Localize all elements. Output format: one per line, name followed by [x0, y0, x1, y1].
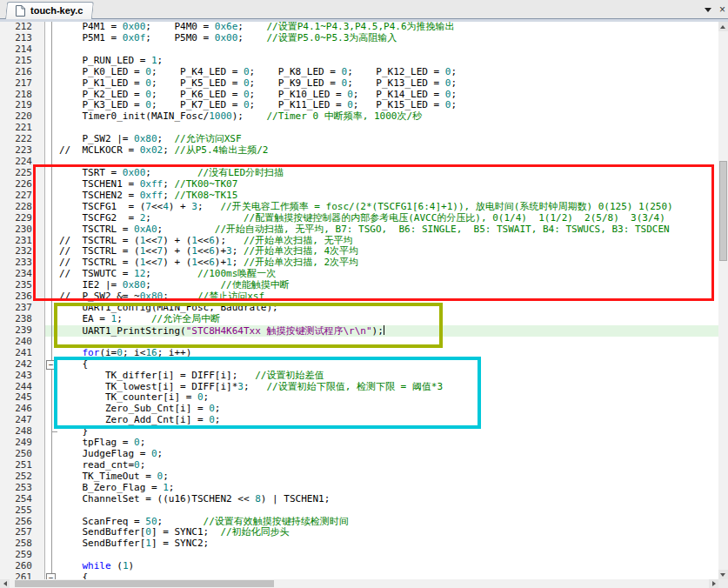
tab-touch-key[interactable]: touch-key.c	[6, 2, 93, 19]
code-text[interactable]: // TSCTRL = (1<<7) + (1<<6)+1; //开始单次扫描,…	[59, 257, 718, 269]
code-text[interactable]: B_Zero_Flag = 1;	[59, 483, 718, 494]
tab-bar: touch-key.c ×	[0, 0, 728, 19]
code-text[interactable]: TSCHEN1 = 0xff; //TK00~TK07	[59, 179, 718, 190]
scroll-up-icon[interactable]	[718, 22, 728, 31]
vertical-scrollbar[interactable]	[718, 22, 728, 579]
code-text[interactable]	[59, 337, 718, 348]
fold-margin	[45, 471, 59, 483]
line-number: 255	[0, 505, 45, 517]
line-number: 243	[0, 371, 45, 382]
code-text[interactable]	[59, 505, 718, 517]
fold-margin	[45, 224, 59, 236]
code-line: 214	[0, 44, 718, 56]
code-text[interactable]	[59, 157, 718, 168]
code-text[interactable]	[59, 550, 718, 561]
code-text[interactable]: TSRT = 0x00; //没有LED分时扫描	[59, 168, 718, 179]
code-text[interactable]: ChannelSet = ((u16)TSCHEN2 << 8) | TSCHE…	[59, 494, 718, 505]
code-line: 259	[0, 550, 718, 561]
horizontal-scrollbar-thumb[interactable]	[15, 580, 274, 587]
code-text[interactable]: // TSWUTC = 12; //100ms唤醒一次	[59, 269, 718, 280]
code-text[interactable]: // P_SW2 &= ~0x80; //禁止访问xsf	[59, 291, 718, 303]
code-text[interactable]: Timer0_init(MAIN_Fosc/1000); //Timer 0 中…	[59, 111, 718, 123]
line-number: 252	[0, 471, 45, 483]
code-text[interactable]: IE2 |= 0x80; //使能触摸中断	[59, 280, 718, 291]
code-text[interactable]: P_K3_LED = 0; P_K7_LED = 0; P_K11_LED = …	[59, 100, 718, 111]
code-text[interactable]: tpFlag = 0;	[59, 438, 718, 449]
code-text[interactable]: P_SW2 |= 0x80; //允许访问XSF	[59, 134, 718, 145]
code-text[interactable]: EA = 1; //允许全局中断	[59, 314, 718, 325]
fold-margin	[45, 123, 59, 134]
scroll-left-icon[interactable]	[0, 579, 10, 588]
code-line: 261− {	[0, 572, 718, 579]
code-text[interactable]: for(i=0; i<16; i++)	[59, 348, 718, 359]
code-text[interactable]: Zero_Sub_Cnt[i] = 0;	[59, 404, 718, 415]
code-line: 212 P4M1 = 0x00; P4M0 = 0x6e; //设置P4.1~P…	[0, 22, 718, 33]
code-text[interactable]: {	[59, 572, 718, 579]
code-text[interactable]: // TSCTRL = (1<<7) + (1<<6)+3; //开始单次扫描,…	[59, 246, 718, 257]
code-text[interactable]: UART1_config(MAIN_Fosc, Baudrate);	[59, 303, 718, 314]
code-rows: 212 P4M1 = 0x00; P4M0 = 0x6e; //设置P4.1~P…	[0, 22, 718, 579]
fold-toggle-icon[interactable]: −	[46, 360, 56, 370]
code-line: 249 tpFlag = 0;	[0, 438, 718, 449]
code-text[interactable]: TSCHEN2 = 0xff; //TK08~TK15	[59, 190, 718, 202]
fold-end-tick	[51, 431, 57, 432]
code-text[interactable]: Zero_Add_Cnt[i] = 0;	[59, 415, 718, 426]
line-number: 217	[0, 78, 45, 90]
line-number: 238	[0, 314, 45, 325]
code-line: 231// TSCTRL = (1<<7) + (1<<6); //开始单次扫描…	[0, 236, 718, 247]
code-text[interactable]: UART1_PrintString("STC8H4K64Txx 触摸按键测试程序…	[59, 325, 718, 337]
code-text[interactable]: SendBuffer[1] = SYNC2;	[59, 538, 718, 550]
code-text[interactable]: TSCFG1 = (7<<4) + 3; //开关电容工作频率 = fosc/(…	[59, 202, 718, 213]
code-text[interactable]: JudgeFlag = 0;	[59, 449, 718, 460]
code-line: 260 while (1)	[0, 561, 718, 572]
code-text[interactable]: TK_counter[i] = 0;	[59, 392, 718, 404]
close-icon[interactable]: ×	[719, 3, 728, 16]
scroll-down-icon[interactable]	[718, 570, 728, 579]
fold-margin	[45, 78, 59, 90]
fold-margin	[45, 257, 59, 269]
line-number: 227	[0, 190, 45, 202]
code-text[interactable]: P_K0_LED = 0; P_K4_LED = 0; P_K8_LED = 0…	[59, 67, 718, 78]
fold-toggle-icon[interactable]: −	[46, 573, 56, 579]
code-text[interactable]: TK_differ[i] = DIFF[i]; //设置初始差值	[59, 371, 718, 382]
fold-margin	[45, 202, 59, 213]
code-line: 233// TSCTRL = (1<<7) + (1<<6)+1; //开始单次…	[0, 257, 718, 269]
code-text[interactable]: P_RUN_LED = 1;	[59, 56, 718, 67]
code-text[interactable]: }	[59, 426, 718, 438]
fold-margin	[45, 505, 59, 517]
code-text[interactable]: TK_lowest[i] = DIFF[i]*3; //设置初始下限值, 检测下…	[59, 382, 718, 393]
scroll-right-icon[interactable]	[709, 579, 718, 588]
fold-margin	[45, 348, 59, 359]
code-text[interactable]: TSCTRL = 0xA0; //开始自动扫描, 无平均, B7: TSGO, …	[59, 224, 718, 236]
code-text[interactable]: while (1)	[59, 561, 718, 572]
line-number: 226	[0, 179, 45, 190]
code-text[interactable]: TSCFG2 = 2; //配置触摸按键控制器的内部参考电压(AVCC的分压比)…	[59, 213, 718, 224]
fold-margin	[45, 22, 59, 33]
code-text[interactable]: read_cnt=0;	[59, 460, 718, 471]
code-text[interactable]	[59, 44, 718, 56]
code-text[interactable]: {	[59, 359, 718, 371]
code-line: 244 TK_lowest[i] = DIFF[i]*3; //设置初始下限值,…	[0, 382, 718, 393]
fold-margin: −	[45, 572, 59, 579]
line-number: 253	[0, 483, 45, 494]
code-text[interactable]: SendBuffer[0] = SYNC1; //初始化同步头	[59, 527, 718, 538]
vertical-scrollbar-thumb[interactable]	[719, 161, 727, 261]
code-line: 257 SendBuffer[0] = SYNC1; //初始化同步头	[0, 527, 718, 538]
code-text[interactable]: P_K2_LED = 0; P_K6_LED = 0; P_K10_LED = …	[59, 90, 718, 101]
code-text[interactable]: // TSCTRL = (1<<7) + (1<<6); //开始单次扫描, 无…	[59, 236, 718, 247]
code-text[interactable]	[59, 123, 718, 134]
code-line: 239 UART1_PrintString("STC8H4K64Txx 触摸按键…	[0, 325, 718, 337]
code-line: 232// TSCTRL = (1<<7) + (1<<6)+3; //开始单次…	[0, 246, 718, 257]
code-text[interactable]: P_K1_LED = 0; P_K5_LED = 0; P_K9_LED = 0…	[59, 78, 718, 90]
code-text[interactable]: P5M1 = 0x0f; P5M0 = 0x00; //设置P5.0~P5.3为…	[59, 33, 718, 44]
line-number: 251	[0, 460, 45, 471]
code-text[interactable]: TK_TimeOut = 0;	[59, 471, 718, 483]
code-text[interactable]: P4M1 = 0x00; P4M0 = 0x6e; //设置P4.1~P4.3,…	[59, 22, 718, 33]
code-text[interactable]: // MCLKOCR = 0x02; //从P5.4输出主频/2	[59, 145, 718, 157]
code-text[interactable]: ScanFreq = 50; //设置有效触摸按键持续检测时间	[59, 517, 718, 528]
fold-margin	[45, 213, 59, 224]
code-line: 226 TSCHEN1 = 0xff; //TK00~TK07	[0, 179, 718, 190]
line-number: 213	[0, 33, 45, 44]
chevron-down-icon[interactable]	[702, 3, 716, 16]
horizontal-scrollbar[interactable]	[0, 579, 728, 588]
